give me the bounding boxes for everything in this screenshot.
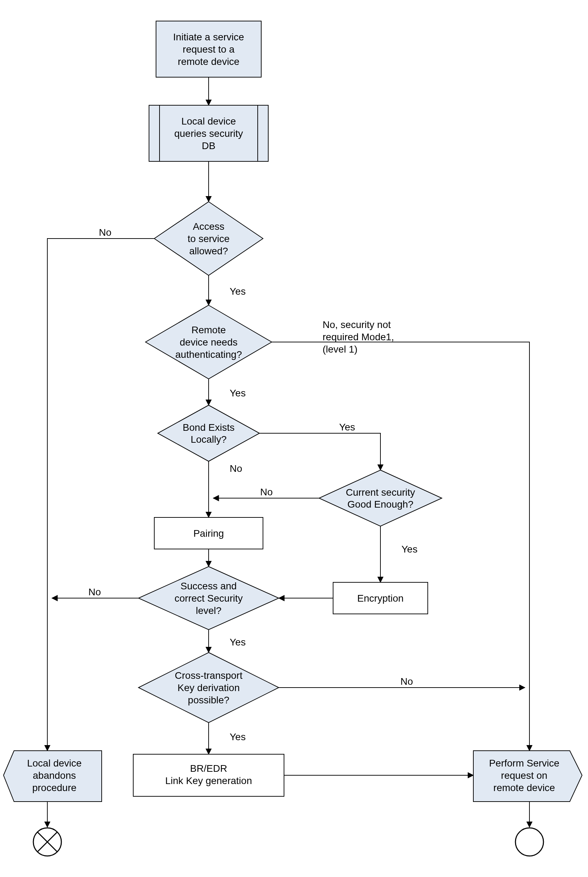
svg-marker-6 <box>158 405 260 461</box>
terminator-perform-request: Perform Service request on remote device <box>473 751 582 802</box>
decision-cross-transport: Cross-transport Key derivation possible? <box>138 652 279 723</box>
node-text: BR/EDR <box>190 763 227 774</box>
node-initiate-request: Initiate a service request to a remote d… <box>156 21 261 77</box>
node-text: procedure <box>32 782 76 793</box>
node-text: Remote <box>192 324 226 335</box>
node-text: to service <box>188 233 230 244</box>
edge-label-d6-no: No <box>400 676 413 687</box>
node-text: Success and <box>181 581 237 592</box>
node-text: allowed? <box>189 246 228 257</box>
node-text: authenticating? <box>176 349 242 360</box>
terminator-abandon: Local device abandons procedure <box>3 751 102 802</box>
node-text: abandons <box>33 770 76 781</box>
edge-label-d4-no: No <box>260 487 273 497</box>
node-encryption: Encryption <box>333 582 428 614</box>
svg-marker-7 <box>319 470 442 526</box>
node-text: Local device <box>181 116 236 127</box>
node-text: DB <box>202 140 216 151</box>
node-text: queries security <box>174 128 243 139</box>
node-bredr-keygen: BR/EDR Link Key generation <box>133 754 284 796</box>
connector-end-x <box>33 828 62 856</box>
node-text: remote device <box>178 56 240 67</box>
edge-label-d5-yes: Yes <box>230 637 246 647</box>
decision-needs-auth: Remote device needs authenticating? <box>146 305 272 379</box>
edge-label-d3-no: No <box>230 463 242 474</box>
node-text: Local device <box>27 758 82 769</box>
edge-label-d6-yes: Yes <box>230 731 246 742</box>
node-text: Cross-transport <box>175 670 243 681</box>
node-text: Bond Exists <box>183 422 235 433</box>
node-pairing: Pairing <box>154 517 263 549</box>
edge-d1-t1 <box>47 239 154 751</box>
decision-bond-exists: Bond Exists Locally? <box>158 405 260 461</box>
node-text: request on <box>501 770 548 781</box>
edge-d3-d4 <box>260 433 380 470</box>
node-text: Current security <box>346 487 415 498</box>
edge-d2-t2 <box>272 342 530 751</box>
node-text: correct Security <box>175 593 243 604</box>
node-text: level? <box>196 605 221 616</box>
edge-label-d2-no-l1: No, security not <box>322 319 391 330</box>
svg-point-18 <box>515 828 543 856</box>
flowchart-canvas: No Yes No, security not required Mode1, … <box>0 0 588 877</box>
node-query-security-db: Local device queries security DB <box>149 105 268 161</box>
edge-label-d2-no-l2: required Mode1, <box>322 332 394 342</box>
node-text: Access <box>193 221 224 232</box>
decision-security-good-enough: Current security Good Enough? <box>319 470 442 526</box>
node-text: Good Enough? <box>348 499 413 510</box>
edge-label-d1-no: No <box>99 227 111 238</box>
edge-label-d5-no: No <box>88 587 101 598</box>
decision-access-allowed: Access to service allowed? <box>154 202 263 275</box>
node-text: Pairing <box>193 528 224 539</box>
edge-label-d2-no-l3: (level 1) <box>322 344 358 354</box>
node-text: Encryption <box>357 593 404 604</box>
edge-label-d1-yes: Yes <box>230 286 246 297</box>
node-text: Link Key generation <box>165 775 252 786</box>
node-text: Perform Service <box>489 758 560 769</box>
node-text: Initiate a service <box>173 32 244 42</box>
node-text: device needs <box>180 337 237 348</box>
node-text: request to a <box>183 44 235 55</box>
node-text: possible? <box>188 695 229 706</box>
connector-end-o <box>515 828 543 856</box>
node-text: Locally? <box>191 434 227 445</box>
node-text: Key derivation <box>177 682 240 693</box>
edge-label-d3-yes: Yes <box>339 422 355 432</box>
node-text: remote device <box>494 782 555 793</box>
decision-success-level: Success and correct Security level? <box>138 566 279 630</box>
edge-label-d2-yes: Yes <box>230 387 246 398</box>
edge-label-d4-yes: Yes <box>402 544 418 555</box>
